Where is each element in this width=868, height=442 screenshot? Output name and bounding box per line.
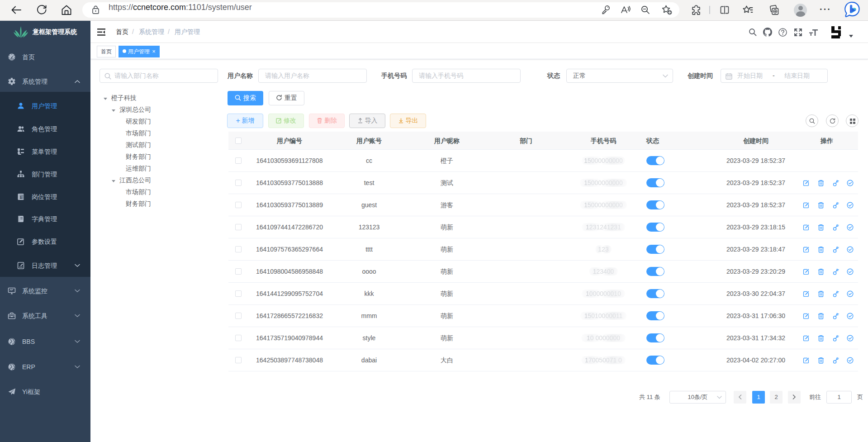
svg-text:1: 1	[20, 195, 22, 200]
